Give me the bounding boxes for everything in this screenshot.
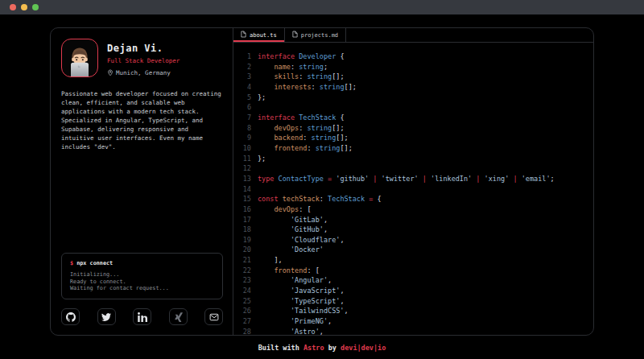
code-line-content: 'Docker' [258,245,324,255]
line-number: 7 [239,113,251,123]
code-line-content: }; [258,154,266,164]
code-line-content: const techStack: TechStack = { [258,194,382,204]
line-number: 5 [239,93,251,103]
code-line-content: name: string; [258,62,328,72]
line-number: 1 [239,52,251,62]
location-text: Munich, Germany [116,69,171,76]
xing-link[interactable] [169,308,188,325]
code-line-content: frontend: [ [258,266,320,276]
line-number: 4 [239,82,251,93]
code-line: 17 'GitLab', [239,215,593,225]
line-number: 6 [239,102,251,113]
editor-tabbar: about.tsprojects.md [233,28,593,43]
code-line-content: devOps: [ [258,204,312,215]
terminal-output-line: Waiting for contact request... [70,285,214,292]
line-number: 24 [239,286,251,296]
line-number: 20 [239,245,251,255]
code-line-content: backend: string[]; [258,133,349,143]
code-line: 19 'Cloudflare', [239,235,593,246]
linkedin-icon [138,312,147,322]
code-line-content: 'TailwindCSS', [258,306,349,316]
terminal-output-line: Ready to connect. [70,279,214,286]
line-number: 28 [239,327,251,335]
portfolio-card: Dejan Vi. Full Stack Developer Munich, G… [50,27,594,336]
minimize-window-button[interactable] [21,4,27,10]
tab-label: projects.md [301,32,338,39]
line-number: 14 [239,184,251,195]
window-titlebar [0,0,644,14]
code-line: 1interface Developer { [239,52,593,62]
line-number: 22 [239,266,251,276]
tab-about-ts[interactable]: about.ts [233,28,285,42]
code-line: 8 devOps: string[]; [239,123,593,134]
tab-projects-md[interactable]: projects.md [285,28,346,42]
terminal-command: npx connect [76,260,113,266]
code-line: 22 frontend: [ [239,266,593,276]
line-number: 10 [239,143,251,154]
code-line: 15const techStack: TechStack = { [239,194,593,204]
line-number: 2 [239,62,251,72]
footer: Built with Astro by devi|dev|io [0,336,644,359]
code-line-content: 'JavaScript', [258,286,345,296]
line-number: 15 [239,194,251,204]
code-line: 27 'PrimeNG', [239,316,593,327]
profile-name: Dejan Vi. [107,43,180,54]
code-line-content: 'TypeScript', [258,296,345,307]
terminal-box: $ npx connect Initializing...Ready to co… [61,253,223,299]
footer-text-part: Built with [258,344,303,352]
footer-text-part: by [324,344,341,352]
code-line-content: }; [258,93,266,103]
email-link[interactable] [204,308,223,325]
code-line: 26 'TailwindCSS', [239,306,593,316]
code-line: 11}; [239,154,593,164]
line-number: 19 [239,235,251,246]
code-line: 12 [239,163,593,174]
terminal-output: Initializing...Ready to connect.Waiting … [70,271,214,292]
code-line: 23 'Angular', [239,275,593,286]
terminal-command-line: $ npx connect [70,260,214,266]
code-line-content: 'PrimeNG', [258,316,332,327]
code-line: 16 devOps: [ [239,204,593,215]
code-line: 13type ContactType = 'github' | 'twitter… [239,174,593,184]
line-number: 21 [239,255,251,266]
code-line: 25 'TypeScript', [239,296,593,307]
page-body: Dejan Vi. Full Stack Developer Munich, G… [0,14,644,336]
xing-icon [173,312,183,322]
footer-text: Built with Astro by devi|dev|io [258,344,386,352]
code-line-content: interests: string[]; [258,82,357,93]
github-icon [66,312,76,322]
code-editor: about.tsprojects.md 1interface Developer… [233,28,593,335]
line-number: 25 [239,296,251,307]
line-number: 23 [239,275,251,286]
maximize-window-button[interactable] [32,4,39,10]
line-number: 27 [239,316,251,327]
linkedin-link[interactable] [133,308,151,325]
code-line-content: 'Angular', [258,275,332,286]
code-line: 14 [239,184,593,195]
twitter-link[interactable] [97,308,116,325]
code-line: 6 [239,102,593,113]
close-window-button[interactable] [10,4,16,10]
location-pin-icon [107,69,114,76]
line-number: 8 [239,123,251,134]
profile-identity: Dejan Vi. Full Stack Developer Munich, G… [107,39,180,77]
file-icon [292,31,298,39]
code-line-content: skills: string[]; [258,72,345,82]
code-line: 3 skills: string[]; [239,72,593,82]
code-line: 24 'JavaScript', [239,286,593,296]
twitter-icon [101,312,111,322]
line-number: 11 [239,154,251,164]
code-line-content: type ContactType = 'github' | 'twitter' … [258,174,555,184]
code-line: 5}; [239,93,593,103]
code-line-content: 'Cloudflare', [258,235,345,246]
profile-role: Full Stack Developer [107,57,180,64]
footer-link[interactable]: devi|dev|io [341,344,386,352]
code-line: 9 backend: string[]; [239,133,593,143]
tab-label: about.ts [250,32,277,39]
footer-link[interactable]: Astro [303,344,324,352]
line-number: 9 [239,133,251,143]
code-line-content: interface TechStack { [258,113,345,123]
github-link[interactable] [61,308,80,325]
line-number: 3 [239,72,251,82]
profile-bio: Passionate web developer focused on crea… [61,89,223,151]
